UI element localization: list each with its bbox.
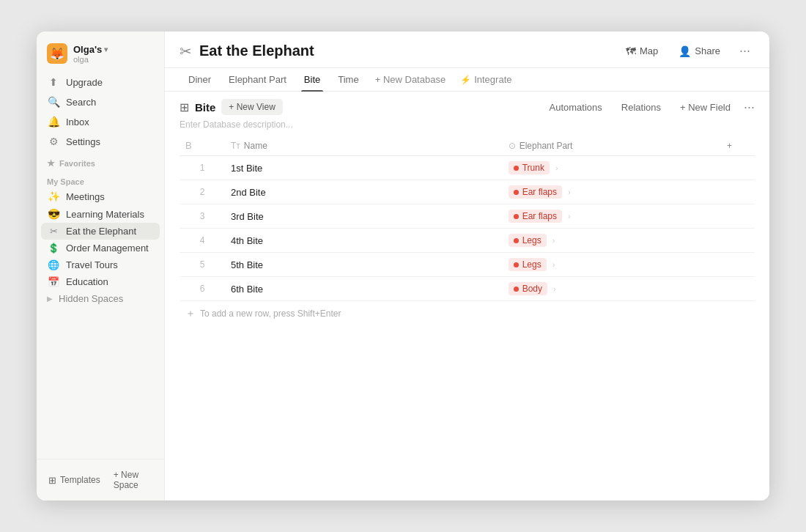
- sidebar-item-label: Search: [66, 97, 96, 108]
- relations-button[interactable]: Relations: [615, 100, 667, 115]
- table-row[interactable]: 55th Bite Legs ›: [180, 253, 755, 277]
- map-button[interactable]: 🗺 Map: [620, 43, 664, 60]
- hidden-spaces[interactable]: ▶ Hidden Spaces: [41, 290, 160, 307]
- relation-icon: ⊙: [509, 141, 516, 151]
- cell-num: 5: [180, 253, 225, 277]
- table-container: B Tт Name ⊙ Elephant Par: [165, 136, 769, 500]
- sidebar-item-label: Learning Materials: [66, 209, 144, 220]
- add-row[interactable]: ＋ To add a new row, press Shift+Enter: [180, 301, 755, 326]
- tag: Ear flaps: [509, 210, 562, 223]
- settings-icon: ⚙: [47, 136, 60, 147]
- new-view-button[interactable]: + New View: [221, 99, 282, 115]
- sidebar-item-search[interactable]: 🔍 Search: [41, 92, 160, 111]
- tab-new-database[interactable]: + New Database: [368, 68, 453, 91]
- automations-button[interactable]: Automations: [544, 100, 608, 115]
- cell-elephant-part[interactable]: Ear flaps ›: [503, 180, 704, 204]
- page-title-area: ✂ Eat the Elephant: [180, 43, 314, 60]
- integrate-icon: ⚡: [460, 75, 471, 85]
- cell-num: 1: [180, 156, 225, 180]
- tabs-bar: Diner Elephant Part Bite Time + New Data…: [165, 68, 769, 92]
- tab-elephant-part[interactable]: Elephant Part: [220, 68, 295, 91]
- cell-elephant-part[interactable]: Legs ›: [503, 253, 704, 277]
- table-body: 11st Bite Trunk › 22nd Bite Ear flaps › …: [180, 156, 755, 301]
- cell-elephant-part[interactable]: Body ›: [503, 277, 704, 301]
- chevron-icon: ›: [568, 212, 571, 221]
- sidebar-item-learning-materials[interactable]: 😎 Learning Materials: [41, 205, 160, 223]
- sidebar-item-label: Inbox: [66, 117, 89, 128]
- workspace-name: Olga's ▾: [73, 44, 108, 55]
- data-table: B Tт Name ⊙ Elephant Par: [180, 136, 755, 301]
- cell-add: [704, 204, 755, 229]
- tag: Trunk: [509, 161, 550, 174]
- search-icon: 🔍: [47, 96, 60, 108]
- sidebar-item-inbox[interactable]: 🔔 Inbox: [41, 112, 160, 131]
- tab-time[interactable]: Time: [329, 68, 367, 91]
- cell-elephant-part[interactable]: Legs ›: [503, 229, 704, 253]
- cell-elephant-part[interactable]: Trunk ›: [503, 156, 704, 180]
- workspace-avatar: 🦊: [47, 43, 67, 64]
- db-view-title: Bite: [195, 101, 215, 114]
- db-icon: B: [185, 140, 192, 151]
- tab-bite[interactable]: Bite: [295, 68, 329, 91]
- table-row[interactable]: 22nd Bite Ear flaps ›: [180, 180, 755, 204]
- sidebar-item-education[interactable]: 📅 Education: [41, 273, 160, 290]
- col-add-header[interactable]: +: [704, 136, 755, 156]
- share-icon: 👤: [679, 45, 691, 57]
- cell-elephant-part[interactable]: Ear flaps ›: [503, 204, 704, 229]
- tag-dot: [514, 190, 519, 195]
- inbox-icon: 🔔: [47, 116, 60, 128]
- col-name-header: Tт Name: [225, 136, 503, 156]
- calendar-icon: 📅: [47, 276, 60, 287]
- sidebar-item-meetings[interactable]: ✨ Meetings: [41, 188, 160, 205]
- sidebar-item-upgrade[interactable]: ⬆ Upgrade: [41, 73, 160, 92]
- cell-name[interactable]: 1st Bite: [225, 156, 503, 180]
- my-space-label: My Space: [37, 170, 164, 188]
- col-num-header: B: [180, 136, 225, 156]
- sidebar-item-travel-tours[interactable]: 🌐 Travel Tours: [41, 256, 160, 273]
- cell-name[interactable]: 2nd Bite: [225, 180, 503, 204]
- db-description[interactable]: Enter Database description...: [165, 118, 769, 136]
- sidebar-item-order-management[interactable]: 💲 Order Management: [41, 240, 160, 256]
- cell-add: [704, 277, 755, 301]
- text-icon: Tт: [231, 141, 240, 151]
- new-field-button[interactable]: + New Field: [674, 100, 736, 115]
- cell-add: [704, 156, 755, 180]
- new-space-label: + New Space: [114, 470, 152, 490]
- templates-icon: ⊞: [48, 475, 56, 486]
- tag: Ear flaps: [509, 185, 562, 199]
- sidebar-item-label: Eat the Elephant: [66, 226, 136, 237]
- chevron-icon: ›: [552, 236, 555, 245]
- cell-name[interactable]: 6th Bite: [225, 277, 503, 301]
- upgrade-icon: ⬆: [47, 76, 60, 88]
- sidebar-item-label: Meetings: [66, 191, 105, 202]
- cell-name[interactable]: 3rd Bite: [225, 204, 503, 229]
- page-icon: ✂: [180, 43, 192, 60]
- learning-emoji: 😎: [47, 208, 60, 220]
- sidebar-item-eat-the-elephant[interactable]: ✂ Eat the Elephant: [41, 223, 160, 240]
- plus-icon: ＋: [185, 307, 196, 320]
- templates-label: Templates: [60, 475, 100, 485]
- db-view-left: ⊞ Bite + New View: [180, 99, 283, 115]
- workspace-header[interactable]: 🦊 Olga's ▾ olga: [37, 32, 164, 70]
- table-row[interactable]: 66th Bite Body ›: [180, 277, 755, 301]
- tab-diner[interactable]: Diner: [180, 68, 220, 91]
- new-space-button[interactable]: + New Space: [109, 467, 157, 493]
- meetings-emoji: ✨: [47, 191, 60, 202]
- db-view-header: ⊞ Bite + New View Automations Relations …: [165, 92, 769, 118]
- cell-add: [704, 180, 755, 204]
- cell-add: [704, 253, 755, 277]
- tab-integrate[interactable]: ⚡ Integrate: [453, 68, 519, 91]
- templates-button[interactable]: ⊞ Templates: [44, 472, 105, 489]
- cell-name[interactable]: 4th Bite: [225, 229, 503, 253]
- sidebar-item-settings[interactable]: ⚙ Settings: [41, 132, 160, 151]
- table-row[interactable]: 44th Bite Legs ›: [180, 229, 755, 253]
- table-row[interactable]: 11st Bite Trunk ›: [180, 156, 755, 180]
- col-elephant-part-header: ⊙ Elephant Part: [503, 136, 704, 156]
- add-row-hint: To add a new row, press Shift+Enter: [200, 309, 341, 319]
- share-button[interactable]: 👤 Share: [673, 43, 726, 60]
- db-more-button[interactable]: ···: [744, 100, 755, 115]
- top-bar: ✂ Eat the Elephant 🗺 Map 👤 Share ···: [165, 32, 769, 68]
- top-more-button[interactable]: ···: [735, 42, 755, 60]
- table-row[interactable]: 33rd Bite Ear flaps ›: [180, 204, 755, 229]
- cell-name[interactable]: 5th Bite: [225, 253, 503, 277]
